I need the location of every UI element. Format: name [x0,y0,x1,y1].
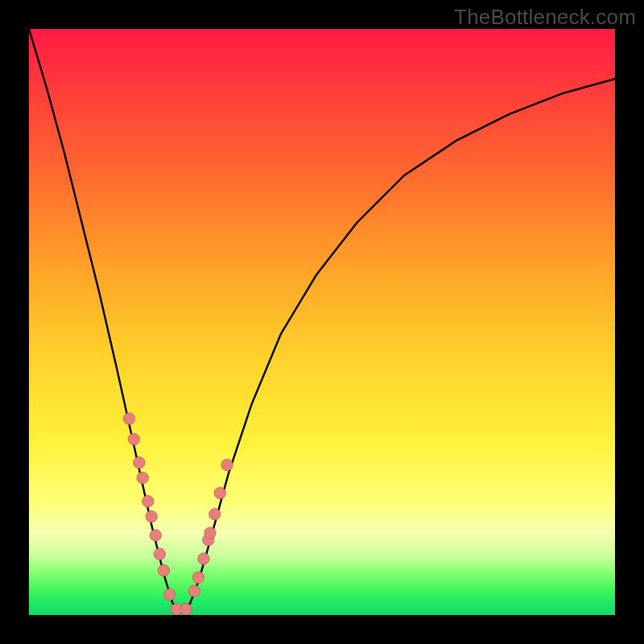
curve-svg [29,29,615,615]
highlighted-dots-group [123,413,233,615]
bottleneck-curve [29,29,615,612]
plot-area [29,29,615,615]
highlight-dot [192,572,204,583]
highlight-dot [203,535,214,546]
highlight-dot [180,604,192,615]
highlight-dot [123,413,134,424]
highlight-dot [150,530,161,541]
highlight-dot [221,459,233,470]
highlight-dot [204,527,216,539]
highlight-dot [128,433,139,444]
highlight-dot [171,604,182,615]
highlight-dot [154,548,165,559]
highlight-dot [164,588,175,600]
highlight-dot [209,509,221,520]
highlight-dot [146,511,157,522]
highlight-dot [198,553,209,564]
highlight-dot [214,487,225,498]
highlight-dot [137,472,148,483]
chart-frame: TheBottleneck.com [0,0,644,644]
highlight-dot [158,564,169,576]
highlight-dot [142,496,154,507]
watermark-text: TheBottleneck.com [454,5,636,30]
highlight-dot [188,585,200,597]
highlight-dot [134,457,145,469]
